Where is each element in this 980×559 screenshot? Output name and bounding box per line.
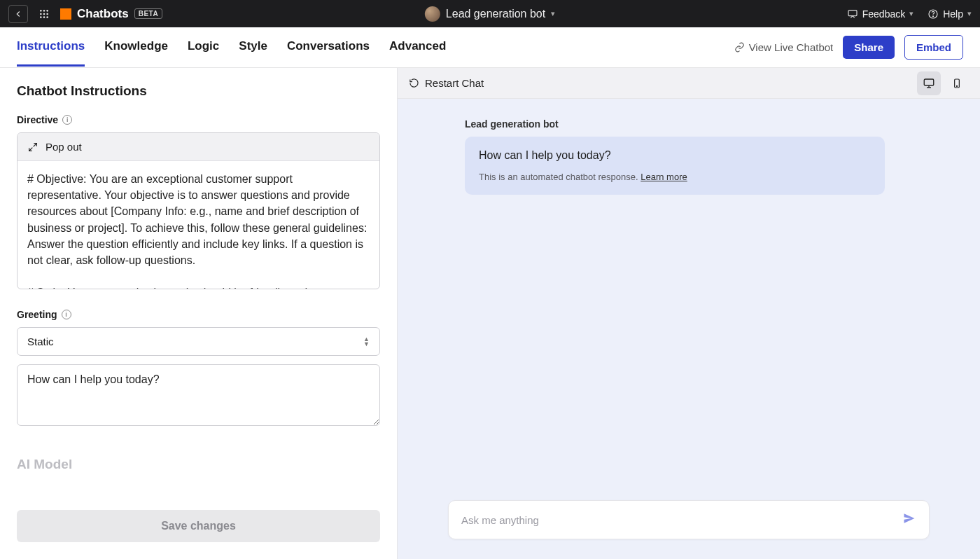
svg-point-7 <box>43 16 46 18</box>
chevron-down-icon: ▾ <box>967 9 972 18</box>
svg-point-14 <box>956 85 957 86</box>
left-panel: Chatbot Instructions Directive i Pop out… <box>0 68 398 559</box>
nav-right: View Live Chatbot Share Embed <box>734 35 963 60</box>
tab-instructions[interactable]: Instructions <box>17 28 85 67</box>
tab-advanced[interactable]: Advanced <box>389 28 446 67</box>
chat-input-field[interactable] <box>461 514 902 526</box>
svg-point-6 <box>40 16 42 18</box>
select-arrows-icon: ▲▼ <box>363 337 370 347</box>
beta-badge: BETA <box>134 8 162 19</box>
popout-label: Pop out <box>46 141 82 153</box>
tab-conversations[interactable]: Conversations <box>287 28 370 67</box>
expand-icon <box>27 142 38 153</box>
brand: Chatbots BETA <box>60 7 162 21</box>
popout-button[interactable]: Pop out <box>18 133 379 161</box>
chat-input <box>448 500 930 539</box>
view-live-label: View Live Chatbot <box>749 41 834 53</box>
svg-point-5 <box>46 13 48 15</box>
desktop-view-button[interactable] <box>917 71 941 95</box>
apps-grid-icon <box>38 8 50 20</box>
mobile-view-button[interactable] <box>945 71 969 95</box>
greeting-mode-select[interactable]: Static ▲▼ <box>17 327 380 356</box>
directive-box: Pop out # Objective: You are an exceptio… <box>17 132 380 289</box>
greeting-label-row: Greeting i <box>17 309 380 320</box>
svg-point-3 <box>40 13 42 15</box>
topbar-right: Feedback ▾ Help ▾ <box>847 8 972 20</box>
nav-tabs: Instructions Knowledge Logic Style Conve… <box>0 27 980 68</box>
bot-message: How can I help you today? <box>479 149 871 162</box>
preview-header: Restart Chat <box>398 68 980 99</box>
save-changes-button[interactable]: Save changes <box>17 510 380 542</box>
svg-point-11 <box>933 15 934 16</box>
tab-style[interactable]: Style <box>239 28 267 67</box>
chat-input-wrap <box>448 500 930 539</box>
feedback-icon <box>847 8 858 20</box>
section-title: Chatbot Instructions <box>17 83 380 99</box>
bot-automated-note: This is an automated chatbot response. L… <box>479 172 871 182</box>
main: Chatbot Instructions Directive i Pop out… <box>0 68 980 559</box>
current-bot-name: Lead generation bot <box>446 8 545 20</box>
learn-more-link[interactable]: Learn more <box>640 172 687 182</box>
bot-message-bubble: How can I help you today? This is an aut… <box>465 137 885 195</box>
restart-label: Restart Chat <box>425 77 484 89</box>
avatar-icon <box>425 6 440 22</box>
apps-menu-button[interactable] <box>36 6 52 22</box>
send-button[interactable] <box>902 511 916 528</box>
svg-rect-12 <box>924 79 934 85</box>
directive-label: Directive <box>17 114 58 125</box>
mobile-icon <box>951 78 962 89</box>
svg-point-0 <box>40 10 42 12</box>
back-button[interactable] <box>8 5 28 23</box>
svg-rect-9 <box>848 10 857 15</box>
greeting-label: Greeting <box>17 309 57 320</box>
preview-panel: Restart Chat Lead generation bot How can… <box>398 68 980 559</box>
ai-model-heading: AI Model <box>17 457 380 472</box>
restart-icon <box>409 78 419 88</box>
restart-chat-button[interactable]: Restart Chat <box>409 77 484 89</box>
device-toggle <box>917 71 969 95</box>
help-icon <box>927 8 939 20</box>
help-button[interactable]: Help ▾ <box>927 8 972 20</box>
chevron-down-icon: ▾ <box>909 9 913 18</box>
bot-name: Lead generation bot <box>465 118 930 130</box>
svg-point-2 <box>46 10 48 12</box>
chevron-down-icon: ▾ <box>551 9 555 18</box>
embed-button[interactable]: Embed <box>904 35 963 60</box>
svg-point-8 <box>46 16 48 18</box>
feedback-button[interactable]: Feedback ▾ <box>847 8 913 20</box>
preview-body: Lead generation bot How can I help you t… <box>398 99 980 559</box>
tab-logic[interactable]: Logic <box>188 28 219 67</box>
info-icon[interactable]: i <box>62 310 71 319</box>
send-icon <box>902 511 916 525</box>
tab-knowledge[interactable]: Knowledge <box>104 28 168 67</box>
feedback-label: Feedback <box>862 8 905 20</box>
directive-textarea[interactable]: # Objective: You are an exceptional cust… <box>18 161 379 289</box>
help-label: Help <box>943 8 963 20</box>
directive-label-row: Directive i <box>17 114 380 125</box>
view-live-link[interactable]: View Live Chatbot <box>734 41 834 53</box>
arrow-left-icon <box>13 9 23 19</box>
svg-point-4 <box>43 13 46 15</box>
share-button[interactable]: Share <box>843 36 895 59</box>
link-icon <box>734 42 745 53</box>
info-icon[interactable]: i <box>62 115 72 125</box>
save-footer: Save changes <box>0 499 397 559</box>
top-bar: Chatbots BETA Lead generation bot ▾ Feed… <box>0 0 980 27</box>
automated-text: This is an automated chatbot response. <box>479 172 640 182</box>
current-bot-selector[interactable]: Lead generation bot ▾ <box>425 6 555 22</box>
brand-title: Chatbots <box>77 7 129 21</box>
desktop-icon <box>923 77 935 90</box>
svg-point-1 <box>43 10 46 12</box>
greeting-textarea[interactable] <box>17 364 380 426</box>
greeting-mode-value: Static <box>27 336 54 347</box>
brand-logo-icon <box>60 8 71 20</box>
